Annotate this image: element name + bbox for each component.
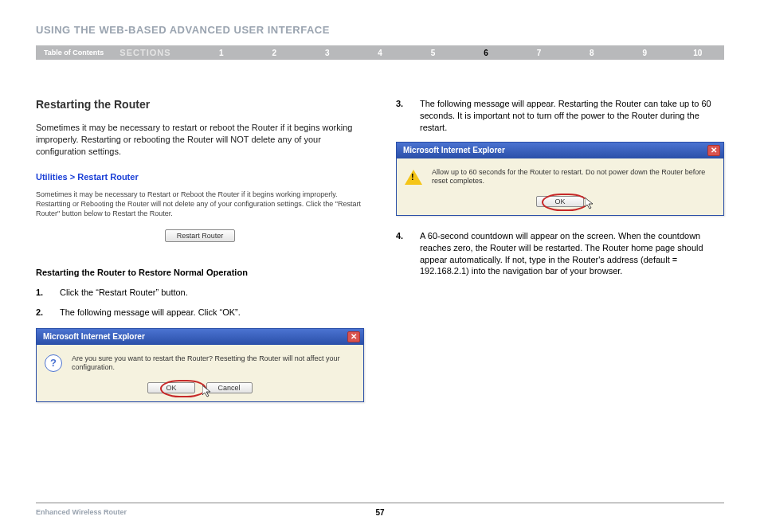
dialog-body: Are you sure you want to restart the Rou… bbox=[37, 345, 363, 401]
dialog-title-text: Microsoft Internet Explorer bbox=[403, 146, 505, 155]
toc-link[interactable]: Table of Contents bbox=[36, 49, 112, 57]
list-item: 3. The following message will appear. Re… bbox=[396, 98, 724, 134]
step-number: 2. bbox=[36, 307, 47, 319]
close-icon[interactable]: ✕ bbox=[347, 331, 360, 342]
nav-10[interactable]: 10 bbox=[672, 49, 724, 57]
list-item: 2. The following message will appear. Cl… bbox=[36, 307, 364, 319]
page-number: 57 bbox=[375, 508, 384, 517]
sections-label: SECTIONS bbox=[112, 48, 194, 57]
question-icon bbox=[45, 354, 62, 372]
confirm-dialog: Microsoft Internet Explorer ✕ Are you su… bbox=[36, 328, 364, 402]
info-dialog: Microsoft Internet Explorer ✕ Allow up t… bbox=[396, 142, 724, 216]
step-text: The following message will appear. Resta… bbox=[420, 98, 724, 134]
subheading: Restarting the Router to Restore Normal … bbox=[36, 268, 364, 277]
nav-2[interactable]: 2 bbox=[248, 49, 300, 57]
step-number: 3. bbox=[396, 98, 407, 134]
page-header: USING THE WEB-BASED ADVANCED USER INTERF… bbox=[36, 24, 724, 36]
step-number: 4. bbox=[396, 230, 407, 277]
restart-description: Sometimes it may be necessary to Restart… bbox=[36, 190, 364, 218]
dialog-message: Allow up to 60 seconds for the Router to… bbox=[432, 168, 715, 186]
dialog-message: Are you sure you want to restart the Rou… bbox=[72, 354, 355, 373]
nav-9[interactable]: 9 bbox=[618, 49, 671, 57]
list-item: 1. Click the “Restart Router” button. bbox=[36, 287, 364, 299]
page-footer: Enhanced Wireless Router 57 bbox=[36, 503, 724, 516]
nav-3[interactable]: 3 bbox=[300, 49, 353, 57]
close-icon[interactable]: ✕ bbox=[707, 145, 720, 156]
nav-7[interactable]: 7 bbox=[512, 49, 565, 57]
left-column: Restarting the Router Sometimes it may b… bbox=[36, 98, 364, 402]
svg-marker-0 bbox=[202, 385, 210, 397]
left-steps: 1. Click the “Restart Router” button. 2.… bbox=[36, 287, 364, 319]
content-area: Restarting the Router Sometimes it may b… bbox=[36, 98, 724, 402]
dialog-titlebar: Microsoft Internet Explorer ✕ bbox=[37, 329, 363, 345]
step-number: 1. bbox=[36, 287, 47, 299]
right-steps-top: 3. The following message will appear. Re… bbox=[396, 98, 724, 134]
dialog-titlebar: Microsoft Internet Explorer ✕ bbox=[397, 143, 723, 158]
nav-8[interactable]: 8 bbox=[566, 49, 618, 57]
nav-1[interactable]: 1 bbox=[195, 49, 248, 57]
dialog-body: Allow up to 60 seconds for the Router to… bbox=[397, 158, 723, 215]
nav-6[interactable]: 6 bbox=[460, 49, 512, 57]
ok-button[interactable]: OK bbox=[147, 382, 194, 393]
breadcrumb: Utilities > Restart Router bbox=[36, 172, 364, 182]
restart-router-button[interactable]: Restart Router bbox=[165, 229, 236, 242]
section-title: Restarting the Router bbox=[36, 98, 364, 111]
right-steps-bottom: 4. A 60-second countdown will appear on … bbox=[396, 230, 724, 277]
right-column: 3. The following message will appear. Re… bbox=[396, 98, 724, 402]
product-name: Enhanced Wireless Router bbox=[36, 508, 127, 516]
list-item: 4. A 60-second countdown will appear on … bbox=[396, 230, 724, 277]
section-nav: Table of Contents SECTIONS 1 2 3 4 5 6 7… bbox=[36, 45, 724, 60]
nav-4[interactable]: 4 bbox=[354, 49, 406, 57]
nav-5[interactable]: 5 bbox=[406, 49, 459, 57]
dialog-title-text: Microsoft Internet Explorer bbox=[43, 332, 145, 341]
step-text: A 60-second countdown will appear on the… bbox=[420, 230, 724, 277]
cursor-icon bbox=[585, 198, 596, 212]
restart-router-panel: Utilities > Restart Router Sometimes it … bbox=[36, 169, 364, 250]
ok-button[interactable]: OK bbox=[536, 196, 583, 207]
step-text: The following message will appear. Click… bbox=[60, 307, 241, 319]
cursor-icon bbox=[202, 385, 214, 400]
warning-icon bbox=[405, 168, 422, 186]
intro-paragraph: Sometimes it may be necessary to restart… bbox=[36, 122, 364, 158]
svg-marker-1 bbox=[585, 198, 593, 209]
step-text: Click the “Restart Router” button. bbox=[60, 287, 188, 299]
